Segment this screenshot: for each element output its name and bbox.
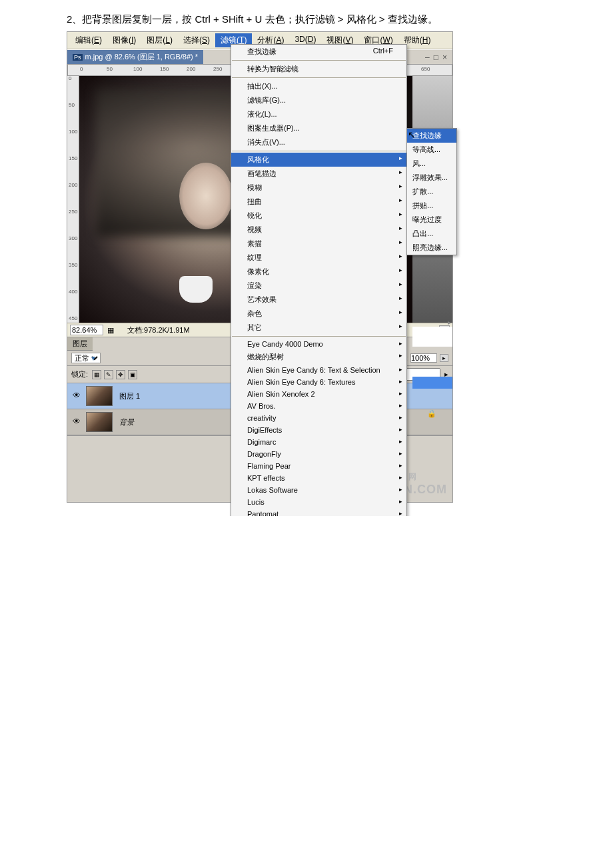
menu-plugin[interactable]: Lucis	[231, 496, 406, 508]
menu-liquify[interactable]: 液化(L)...	[231, 107, 406, 121]
doc-icon: ▦	[107, 326, 114, 335]
menu-other[interactable]: 其它	[231, 321, 406, 335]
submenu-diffuse[interactable]: 扩散...	[407, 185, 456, 199]
lock-position-icon[interactable]: ✥	[116, 370, 125, 379]
menu-plugin[interactable]: 燃烧的梨树	[231, 350, 406, 364]
menu-plugin[interactable]: Eye Candy 4000 Demo	[231, 338, 406, 350]
menu-edit[interactable]: 编辑(E)	[70, 33, 107, 47]
right-blue-bar	[412, 377, 452, 389]
submenu-tiles[interactable]: 拼贴...	[407, 199, 456, 213]
document-tab[interactable]: Ps m.jpg @ 82.6% (图层 1, RGB/8#) *	[67, 50, 203, 64]
menu-plugin[interactable]: Flaming Pear	[231, 460, 406, 472]
submenu-solarize[interactable]: 曝光过度	[407, 213, 456, 227]
layer-name[interactable]: 图层 1	[119, 391, 140, 401]
stylize-submenu: 查找边缘 等高线... 风... 浮雕效果... 扩散... 拼贴... 曝光过…	[406, 128, 457, 255]
visibility-icon[interactable]: 👁	[71, 417, 82, 427]
menu-plugin[interactable]: DragonFly	[231, 448, 406, 460]
menu-convert-smart[interactable]: 转换为智能滤镜	[231, 62, 406, 76]
submenu-wind[interactable]: 风...	[407, 157, 456, 171]
menu-image[interactable]: 图像(I)	[107, 33, 141, 47]
filter-menu: 查找边缘 Ctrl+F 转换为智能滤镜 抽出(X)... 滤镜库(G)... 液…	[231, 44, 407, 516]
menu-plugin[interactable]: Digimarc	[231, 436, 406, 448]
menu-plugin[interactable]: AV Bros.	[231, 400, 406, 412]
ps-icon: Ps	[73, 54, 83, 61]
instruction-text: 2、把背景图层复制一层，按 Ctrl + SHift + U 去色；执行滤镜 >…	[67, 13, 546, 26]
submenu-glowing-edges[interactable]: 照亮边缘...	[407, 241, 456, 255]
menu-plugin[interactable]: creativity	[231, 412, 406, 424]
opacity-input[interactable]	[410, 353, 437, 363]
layer-name[interactable]: 背景	[119, 417, 134, 427]
menu-plugin[interactable]: Alien Skin Eye Candy 6: Text & Selection	[231, 364, 406, 376]
layers-tab[interactable]: 图层	[67, 337, 93, 351]
zoom-input[interactable]	[70, 325, 103, 335]
submenu-extrude[interactable]: 凸出...	[407, 227, 456, 241]
submenu-emboss[interactable]: 浮雕效果...	[407, 171, 456, 185]
opacity-arrow[interactable]: ▸	[440, 354, 448, 362]
menu-plugin[interactable]: Alien Skin Xenofex 2	[231, 388, 406, 400]
menu-sharpen[interactable]: 锐化	[231, 209, 406, 223]
menu-noise[interactable]: 杂色	[231, 307, 406, 321]
lock-transparent-icon[interactable]: ▦	[92, 370, 101, 379]
lock-pixels-icon[interactable]: ✎	[104, 370, 113, 379]
menu-plugin[interactable]: Pantomat	[231, 508, 406, 516]
menu-sketch[interactable]: 素描	[231, 237, 406, 251]
menu-vanishing-point[interactable]: 消失点(V)...	[231, 135, 406, 149]
menu-plugin[interactable]: Alien Skin Eye Candy 6: Textures	[231, 376, 406, 388]
menu-render[interactable]: 渲染	[231, 279, 406, 293]
menu-plugin[interactable]: KPT effects	[231, 472, 406, 484]
menu-plugin[interactable]: Lokas Software	[231, 484, 406, 496]
menu-texture[interactable]: 纹理	[231, 251, 406, 265]
layer-thumbnail[interactable]	[86, 386, 113, 406]
menu-brush-strokes[interactable]: 画笔描边	[231, 167, 406, 181]
menu-extract[interactable]: 抽出(X)...	[231, 79, 406, 93]
layer-thumbnail[interactable]	[86, 412, 113, 432]
lock-label: 锁定:	[71, 369, 88, 379]
menu-distort[interactable]: 扭曲	[231, 195, 406, 209]
vertical-ruler[interactable]: 0 50 100 150 200 250 300 350 400 450	[67, 76, 79, 323]
document-info: 文档:978.2K/1.91M	[127, 325, 190, 335]
menu-video[interactable]: 视频	[231, 223, 406, 237]
menu-blur[interactable]: 模糊	[231, 181, 406, 195]
submenu-contour[interactable]: 等高线...	[407, 143, 456, 157]
menu-filter-gallery[interactable]: 滤镜库(G)...	[231, 93, 406, 107]
menu-plugin[interactable]: DigiEffects	[231, 424, 406, 436]
visibility-icon[interactable]: 👁	[71, 391, 82, 401]
scroll-indicator: ▸	[448, 319, 451, 326]
window-controls: – □ ×	[420, 51, 452, 64]
lock-icon: 🔒	[427, 409, 436, 418]
menu-stylize[interactable]: 风格化	[231, 153, 406, 167]
right-white-strip	[412, 327, 452, 347]
menu-pixelate[interactable]: 像素化	[231, 265, 406, 279]
menu-artistic[interactable]: 艺术效果	[231, 293, 406, 307]
menu-select[interactable]: 选择(S)	[178, 33, 215, 47]
cursor-icon: ↖	[408, 129, 416, 140]
menu-find-edges-repeat[interactable]: 查找边缘 Ctrl+F	[231, 45, 406, 59]
menu-pattern-maker[interactable]: 图案生成器(P)...	[231, 121, 406, 135]
minimize-icon[interactable]: –	[425, 53, 430, 62]
close-icon[interactable]: ×	[442, 53, 447, 62]
blend-mode-select[interactable]: 正常	[71, 353, 101, 363]
photoshop-window: 编辑(E) 图像(I) 图层(L) 选择(S) 滤镜(T) 分析(A) 3D(D…	[67, 31, 453, 503]
maximize-icon[interactable]: □	[434, 53, 438, 62]
lock-all-icon[interactable]: ▣	[128, 370, 137, 379]
menu-layer[interactable]: 图层(L)	[141, 33, 178, 47]
